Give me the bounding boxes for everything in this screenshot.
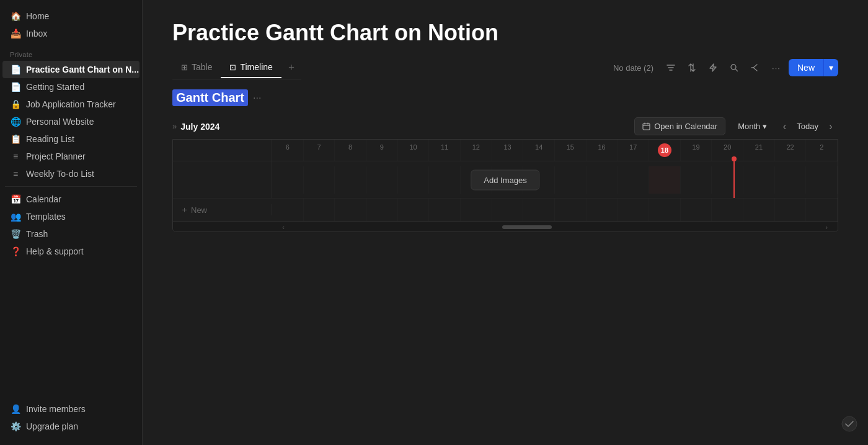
new-row-label-text: New	[191, 205, 207, 215]
date-cell-9: 9	[366, 140, 398, 161]
add-images-label: Add Images	[484, 175, 526, 184]
new-button[interactable]: New ▾	[789, 59, 838, 76]
sidebar-item-home[interactable]: 🏠 Home	[2, 7, 140, 25]
templates-icon: 👥	[10, 211, 21, 222]
date-cell-21: 21	[743, 140, 775, 161]
date-cell-17: 17	[618, 140, 649, 161]
sidebar-item-project-planner[interactable]: ≡ Project Planner	[2, 148, 140, 165]
new-cell-16	[775, 199, 807, 221]
more-icon[interactable]: ···	[768, 59, 785, 76]
no-date-filter[interactable]: No date (2)	[608, 61, 658, 75]
sidebar-item-help[interactable]: ❓ Help & support	[2, 243, 140, 260]
new-row: ＋ New	[173, 199, 838, 222]
open-calendar-label: Open in Calendar	[654, 122, 717, 131]
gantt-title-row: Gantt Chart ···	[172, 89, 838, 106]
bottom-right-icon[interactable]	[841, 415, 858, 435]
body-cell-3	[366, 166, 398, 194]
sidebar-item-job-tracker[interactable]: 🔒 Job Application Tracker	[2, 96, 140, 113]
new-row-cells	[272, 199, 838, 221]
date-cell-6: 6	[272, 140, 304, 161]
main-header: Practice Gantt Chart on Notion ⊞ Table ⊡…	[143, 0, 868, 79]
new-cell-9	[555, 199, 587, 221]
sidebar-top: 🏠 Home 📥 Inbox	[0, 5, 142, 45]
gantt-menu-icon[interactable]: ···	[253, 92, 261, 104]
open-calendar-button[interactable]: Open in Calendar	[634, 117, 725, 135]
search-icon[interactable]	[725, 59, 743, 76]
sidebar-item-label: Personal Website	[26, 117, 94, 127]
timeline-icon: ⊡	[229, 63, 236, 72]
today-marker: 18	[658, 143, 671, 157]
new-cell-4	[398, 199, 430, 221]
date-cell-8: 8	[335, 140, 366, 161]
sidebar-item-templates[interactable]: 👥 Templates	[2, 208, 140, 225]
sidebar-footer: 👤 Invite members ⚙️ Upgrade plan	[0, 400, 142, 440]
prev-month-button[interactable]: ‹	[777, 119, 792, 134]
timeline-scroll-row: ‹ ›	[173, 222, 838, 231]
sidebar-item-reading-list[interactable]: 📋 Reading List	[2, 130, 140, 148]
filter-icon[interactable]	[662, 59, 680, 76]
sidebar-item-personal-website[interactable]: 🌐 Personal Website	[2, 113, 140, 130]
scroll-right-button[interactable]: ›	[820, 221, 833, 233]
body-cell-10	[587, 166, 618, 194]
body-cell-14	[712, 166, 743, 194]
month-selector[interactable]: Month ▾	[738, 122, 767, 131]
new-cell-5	[429, 199, 461, 221]
calendar-small-icon	[642, 122, 650, 130]
sidebar-item-trash[interactable]: 🗑️ Trash	[2, 225, 140, 243]
sidebar-item-label: Templates	[26, 212, 66, 222]
body-cell-4	[398, 166, 430, 194]
timeline-label-header	[173, 140, 272, 161]
list2-icon: ≡	[10, 168, 21, 179]
next-month-button[interactable]: ›	[823, 119, 838, 134]
expand-timeline-icon[interactable]: »	[172, 122, 177, 131]
invite-icon: 👤	[10, 403, 21, 415]
body-cell-13	[681, 166, 712, 194]
add-images-card[interactable]: Add Images	[471, 169, 539, 190]
sidebar-item-label: Job Application Tracker	[26, 99, 116, 109]
sidebar-item-practice-gantt[interactable]: 📄 Practice Gantt Chart on N...	[2, 61, 140, 78]
timeline-row-cells	[272, 166, 838, 194]
lightning-icon[interactable]	[704, 59, 722, 76]
globe-icon: 🌐	[10, 116, 21, 127]
scroll-left-button[interactable]: ‹	[277, 221, 290, 233]
body-cell-0	[272, 166, 304, 194]
date-cell-12: 12	[461, 140, 492, 161]
tab-table[interactable]: ⊞ Table	[172, 57, 221, 78]
tab-timeline[interactable]: ⊡ Timeline	[221, 57, 281, 78]
timeline-scroll-bar[interactable]: ‹ ›	[272, 222, 838, 231]
new-row-button[interactable]: ＋ New	[173, 204, 272, 215]
scrollbar-thumb[interactable]	[502, 225, 552, 229]
upgrade-icon: ⚙️	[10, 421, 21, 432]
list-icon: 📋	[10, 133, 21, 145]
body-cell-11	[618, 166, 649, 194]
timeline-grid: 6789101112131415161718192021222 Add Imag…	[172, 139, 838, 232]
sidebar-item-label: Help & support	[26, 246, 84, 256]
date-cell-11: 11	[429, 140, 461, 161]
date-cell-14: 14	[523, 140, 555, 161]
sidebar-item-label: Inbox	[26, 29, 47, 38]
new-button-chevron[interactable]: ▾	[823, 59, 838, 76]
page-title: Practice Gantt Chart on Notion	[172, 20, 838, 46]
sidebar-item-calendar[interactable]: 📅 Calendar	[2, 191, 140, 208]
view-mode-label: Month	[738, 122, 760, 131]
add-view-button[interactable]: ＋	[281, 56, 301, 79]
body-cell-2	[335, 166, 366, 194]
body-cell-17	[806, 166, 838, 194]
date-cell-7: 7	[304, 140, 335, 161]
share-icon[interactable]	[746, 59, 764, 76]
sidebar-item-label: Project Planner	[26, 151, 86, 161]
sidebar-item-inbox[interactable]: 📥 Inbox	[2, 25, 140, 42]
timeline-dates-row: 6789101112131415161718192021222	[173, 140, 838, 161]
sidebar-item-invite[interactable]: 👤 Invite members	[2, 400, 140, 418]
date-cell-13: 13	[492, 140, 524, 161]
toolbar-tabs: ⊞ Table ⊡ Timeline ＋	[172, 56, 301, 79]
sidebar-item-getting-started[interactable]: 📄 Getting Started	[2, 78, 140, 96]
sidebar-item-weekly-todo[interactable]: ≡ Weekly To-do List	[2, 165, 140, 182]
sort-icon[interactable]	[683, 59, 701, 76]
trash-icon: 🗑️	[10, 228, 21, 240]
sidebar-section-private: Private	[0, 45, 142, 61]
body-cell-12	[649, 166, 681, 194]
sidebar-item-upgrade[interactable]: ⚙️ Upgrade plan	[2, 418, 140, 435]
new-cell-8	[523, 199, 555, 221]
today-button[interactable]: Today	[797, 122, 818, 131]
